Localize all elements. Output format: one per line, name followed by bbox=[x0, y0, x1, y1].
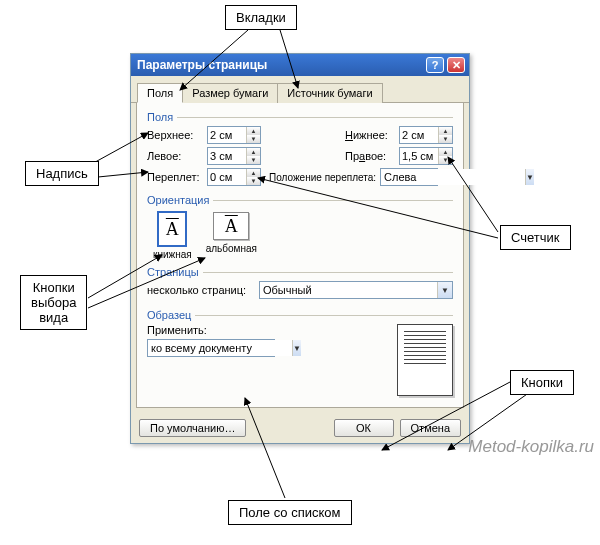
spin-up-icon[interactable]: ▲ bbox=[247, 127, 260, 135]
page-setup-dialog: Параметры страницы ? ✕ Поля Размер бумаг… bbox=[130, 53, 470, 444]
help-button[interactable]: ? bbox=[426, 57, 444, 73]
dialog-title: Параметры страницы bbox=[137, 58, 423, 72]
orientation-landscape-label: альбомная bbox=[206, 243, 257, 254]
spin-top-input[interactable] bbox=[208, 127, 246, 143]
chevron-down-icon[interactable]: ▼ bbox=[525, 169, 534, 185]
label-left: Левое: bbox=[147, 150, 203, 162]
spin-down-icon[interactable]: ▼ bbox=[247, 177, 260, 185]
spin-right-input[interactable] bbox=[400, 148, 438, 164]
group-pages: Страницы bbox=[147, 266, 453, 278]
dropdown-multipage[interactable]: ▼ bbox=[259, 281, 453, 299]
orientation-landscape[interactable]: A альбомная bbox=[206, 212, 257, 260]
spin-up-icon[interactable]: ▲ bbox=[439, 127, 452, 135]
label-top: Верхнее: bbox=[147, 129, 203, 141]
chevron-down-icon[interactable]: ▼ bbox=[292, 340, 301, 356]
orientation-portrait-label: книжная bbox=[153, 249, 192, 260]
group-orientation: Ориентация bbox=[147, 194, 453, 206]
close-button[interactable]: ✕ bbox=[447, 57, 465, 73]
titlebar[interactable]: Параметры страницы ? ✕ bbox=[131, 54, 469, 76]
landscape-icon: A bbox=[213, 212, 249, 240]
spin-gutter[interactable]: ▲▼ bbox=[207, 168, 261, 186]
spin-left[interactable]: ▲▼ bbox=[207, 147, 261, 165]
tab-paper-source[interactable]: Источник бумаги bbox=[277, 83, 382, 103]
callout-tabs: Вкладки bbox=[225, 5, 297, 30]
spin-bottom-input[interactable] bbox=[400, 127, 438, 143]
spin-down-icon[interactable]: ▼ bbox=[247, 156, 260, 164]
label-right: Правое: bbox=[345, 150, 395, 162]
spin-down-icon[interactable]: ▼ bbox=[439, 156, 452, 164]
page-preview bbox=[397, 324, 453, 396]
ok-button[interactable]: ОК bbox=[334, 419, 394, 437]
spin-up-icon[interactable]: ▲ bbox=[247, 169, 260, 177]
group-margins: Поля bbox=[147, 111, 453, 123]
callout-combo: Поле со списком bbox=[228, 500, 352, 525]
group-preview: Образец bbox=[147, 309, 453, 321]
spin-down-icon[interactable]: ▼ bbox=[247, 135, 260, 143]
spin-top[interactable]: ▲▼ bbox=[207, 126, 261, 144]
cancel-button[interactable]: Отмена bbox=[400, 419, 461, 437]
tab-margins[interactable]: Поля bbox=[137, 83, 183, 103]
spin-down-icon[interactable]: ▼ bbox=[439, 135, 452, 143]
tab-content: Поля Верхнее: ▲▼ Нижнее: ▲▼ Левое: ▲▼ Пр… bbox=[136, 103, 464, 408]
dialog-buttons: По умолчанию… ОК Отмена bbox=[131, 413, 469, 443]
dropdown-multipage-input[interactable] bbox=[260, 282, 437, 298]
watermark: Metod-kopilka.ru bbox=[468, 437, 594, 457]
callout-radio: Кнопки выбора вида bbox=[20, 275, 87, 330]
portrait-icon: A bbox=[158, 212, 186, 246]
dropdown-apply-to-input[interactable] bbox=[148, 340, 292, 356]
spin-bottom[interactable]: ▲▼ bbox=[399, 126, 453, 144]
dropdown-apply-to[interactable]: ▼ bbox=[147, 339, 275, 357]
label-bottom: Нижнее: bbox=[345, 129, 395, 141]
spin-gutter-input[interactable] bbox=[208, 169, 246, 185]
label-multipage: несколько страниц: bbox=[147, 284, 255, 296]
spin-left-input[interactable] bbox=[208, 148, 246, 164]
callout-buttons: Кнопки bbox=[510, 370, 574, 395]
spin-up-icon[interactable]: ▲ bbox=[247, 148, 260, 156]
chevron-down-icon[interactable]: ▼ bbox=[437, 282, 452, 298]
spin-up-icon[interactable]: ▲ bbox=[439, 148, 452, 156]
tab-paper-size[interactable]: Размер бумаги bbox=[182, 83, 278, 103]
spin-right[interactable]: ▲▼ bbox=[399, 147, 453, 165]
callout-label: Надпись bbox=[25, 161, 99, 186]
label-apply-to: Применить: bbox=[147, 324, 275, 336]
label-gutter-pos: Положение переплета: bbox=[269, 172, 376, 183]
callout-spinner: Счетчик bbox=[500, 225, 571, 250]
default-button[interactable]: По умолчанию… bbox=[139, 419, 246, 437]
dropdown-gutter-pos-input[interactable] bbox=[381, 169, 525, 185]
orientation-portrait[interactable]: A книжная bbox=[153, 212, 192, 260]
dropdown-gutter-pos[interactable]: ▼ bbox=[380, 168, 438, 186]
tab-strip: Поля Размер бумаги Источник бумаги bbox=[131, 76, 469, 103]
label-gutter: Переплет: bbox=[147, 171, 203, 183]
